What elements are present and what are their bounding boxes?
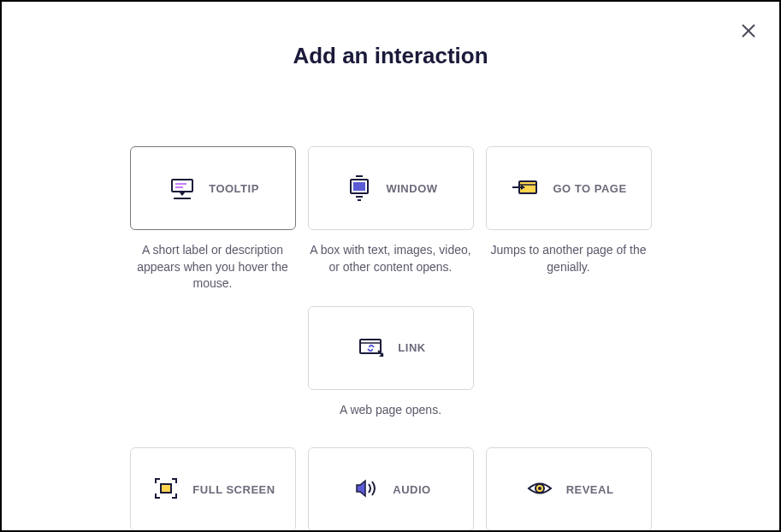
option-desc: A short label or description appears whe…: [130, 242, 296, 293]
option-card-audio[interactable]: AUDIO: [308, 447, 474, 531]
option-card-window[interactable]: WINDOW: [308, 146, 474, 230]
option-fullscreen: FULL SCREEN The content expands to fit t…: [130, 447, 296, 532]
option-desc: A box with text, images, video, or other…: [308, 242, 474, 275]
option-label: WINDOW: [386, 182, 437, 195]
option-label: GO TO PAGE: [553, 182, 626, 195]
close-icon: [740, 22, 757, 39]
reveal-icon: [524, 473, 556, 505]
svg-marker-5: [179, 192, 186, 196]
option-gotopage: GO TO PAGE Jumps to another page of the …: [486, 146, 652, 293]
option-label: LINK: [398, 341, 425, 354]
svg-rect-9: [353, 182, 365, 191]
option-card-tooltip[interactable]: TOOLTIP: [130, 146, 296, 230]
options-grid: TOOLTIP A short label or description app…: [2, 146, 779, 532]
svg-point-22: [538, 487, 541, 490]
option-label: REVEAL: [566, 483, 614, 496]
option-audio: AUDIO Plays music, a voice recording, or…: [308, 447, 474, 532]
option-card-reveal[interactable]: REVEAL: [486, 447, 652, 531]
option-reveal: REVEAL Makes other content appear on the…: [486, 447, 652, 532]
option-card-gotopage[interactable]: GO TO PAGE: [486, 146, 652, 230]
audio-icon: [350, 473, 382, 505]
svg-rect-20: [161, 484, 171, 493]
option-tooltip: TOOLTIP A short label or description app…: [130, 146, 296, 293]
option-link: LINK A web page opens.: [308, 306, 474, 419]
fullscreen-icon: [150, 473, 182, 505]
option-desc: A web page opens.: [338, 402, 443, 419]
gotopage-icon: [510, 172, 542, 204]
svg-rect-2: [172, 180, 192, 192]
option-card-fullscreen[interactable]: FULL SCREEN: [130, 447, 296, 531]
option-label: AUDIO: [393, 483, 430, 496]
option-label: FULL SCREEN: [192, 483, 275, 496]
option-window: WINDOW A box with text, images, video, o…: [308, 146, 474, 293]
link-icon: [355, 332, 388, 364]
option-card-link[interactable]: LINK: [308, 306, 474, 390]
tooltip-icon: [166, 172, 198, 204]
window-icon: [343, 172, 376, 204]
option-label: TOOLTIP: [209, 182, 259, 195]
close-button[interactable]: [738, 21, 759, 41]
dialog-title: Add an interaction: [2, 43, 779, 69]
option-desc: Jumps to another page of the genially.: [486, 242, 652, 275]
